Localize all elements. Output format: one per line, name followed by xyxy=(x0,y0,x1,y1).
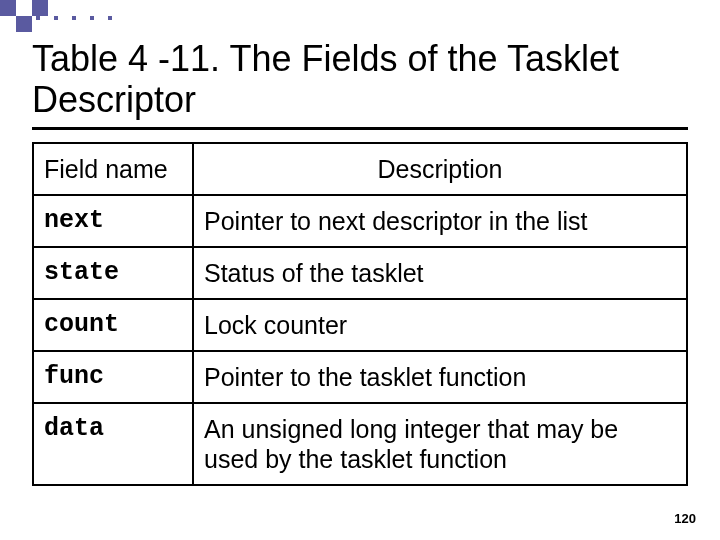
motif-block xyxy=(16,16,32,32)
motif-dot xyxy=(54,16,58,20)
slide-body: Table 4 -11. The Fields of the Tasklet D… xyxy=(32,38,688,486)
title-rule xyxy=(32,127,688,130)
table-row: state Status of the tasklet xyxy=(33,247,687,299)
cell-description: Status of the tasklet xyxy=(193,247,687,299)
motif-dots xyxy=(36,16,112,20)
cell-field-name: state xyxy=(33,247,193,299)
motif-block xyxy=(32,0,48,16)
table-header-row: Field name Description xyxy=(33,143,687,195)
cell-description: Lock counter xyxy=(193,299,687,351)
motif-dot xyxy=(90,16,94,20)
fields-table: Field name Description next Pointer to n… xyxy=(32,142,688,486)
col-header-description: Description xyxy=(193,143,687,195)
cell-field-name: count xyxy=(33,299,193,351)
cell-field-name: func xyxy=(33,351,193,403)
table-row: func Pointer to the tasklet function xyxy=(33,351,687,403)
slide-title: Table 4 -11. The Fields of the Tasklet D… xyxy=(32,38,688,121)
corner-motif xyxy=(0,0,120,36)
motif-dot xyxy=(36,16,40,20)
col-header-field-name: Field name xyxy=(33,143,193,195)
motif-dot xyxy=(72,16,76,20)
cell-description: Pointer to next descriptor in the list xyxy=(193,195,687,247)
motif-block xyxy=(0,0,16,16)
cell-field-name: data xyxy=(33,403,193,485)
table-row: next Pointer to next descriptor in the l… xyxy=(33,195,687,247)
cell-field-name: next xyxy=(33,195,193,247)
cell-description: An unsigned long integer that may be use… xyxy=(193,403,687,485)
cell-description: Pointer to the tasklet function xyxy=(193,351,687,403)
table-row: data An unsigned long integer that may b… xyxy=(33,403,687,485)
page-number: 120 xyxy=(674,511,696,526)
motif-dot xyxy=(108,16,112,20)
table-row: count Lock counter xyxy=(33,299,687,351)
